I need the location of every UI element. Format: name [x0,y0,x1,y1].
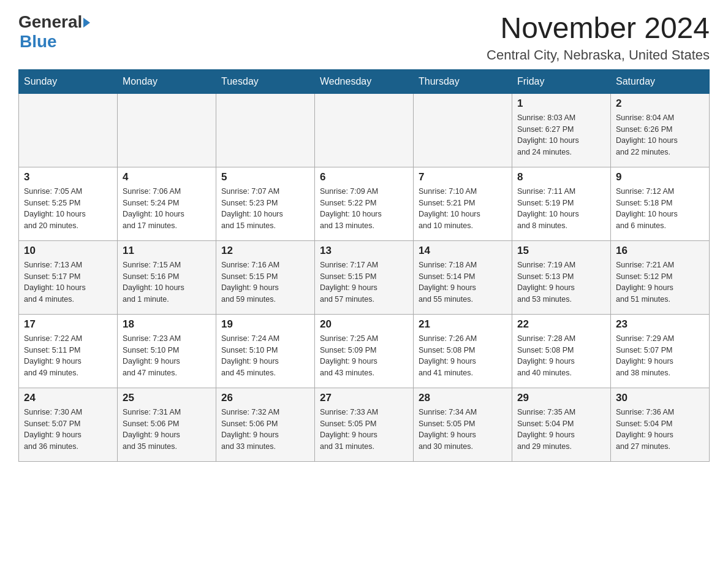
day-info: Sunrise: 7:11 AMSunset: 5:19 PMDaylight:… [517,186,605,232]
day-number: 13 [320,245,408,257]
day-number: 15 [517,245,605,257]
col-header-thursday: Thursday [414,69,512,93]
day-info: Sunrise: 7:21 AMSunset: 5:12 PMDaylight:… [616,259,704,305]
day-info: Sunrise: 7:18 AMSunset: 5:14 PMDaylight:… [419,259,507,305]
day-info: Sunrise: 7:29 AMSunset: 5:07 PMDaylight:… [616,333,704,379]
day-info: Sunrise: 7:25 AMSunset: 5:09 PMDaylight:… [320,333,408,379]
day-number: 28 [419,392,507,404]
calendar-cell: 8Sunrise: 7:11 AMSunset: 5:19 PMDaylight… [512,167,611,240]
day-info: Sunrise: 7:23 AMSunset: 5:10 PMDaylight:… [123,333,211,379]
day-info: Sunrise: 7:19 AMSunset: 5:13 PMDaylight:… [517,259,605,305]
day-info: Sunrise: 7:28 AMSunset: 5:08 PMDaylight:… [517,333,605,379]
calendar-week-row: 1Sunrise: 8:03 AMSunset: 6:27 PMDaylight… [19,93,710,167]
day-number: 5 [221,171,309,183]
col-header-monday: Monday [118,69,216,93]
day-info: Sunrise: 8:04 AMSunset: 6:26 PMDaylight:… [616,112,704,158]
col-header-sunday: Sunday [19,69,118,93]
day-number: 20 [320,318,408,331]
day-number: 7 [419,171,507,183]
day-info: Sunrise: 7:16 AMSunset: 5:15 PMDaylight:… [221,259,309,305]
calendar-header-row: SundayMondayTuesdayWednesdayThursdayFrid… [19,69,710,93]
day-number: 16 [616,245,704,257]
calendar-table: SundayMondayTuesdayWednesdayThursdayFrid… [18,69,710,462]
day-info: Sunrise: 7:15 AMSunset: 5:16 PMDaylight:… [123,259,211,305]
day-number: 6 [320,171,408,183]
day-number: 8 [517,171,605,183]
col-header-friday: Friday [512,69,611,93]
calendar-cell: 11Sunrise: 7:15 AMSunset: 5:16 PMDayligh… [118,240,216,314]
page-header: General Blue November 2024 Central City,… [18,12,710,63]
calendar-cell: 3Sunrise: 7:05 AMSunset: 5:25 PMDaylight… [19,167,118,240]
day-number: 21 [419,318,507,331]
calendar-cell: 29Sunrise: 7:35 AMSunset: 5:04 PMDayligh… [512,388,611,461]
day-number: 14 [419,245,507,257]
day-info: Sunrise: 7:09 AMSunset: 5:22 PMDaylight:… [320,186,408,232]
day-info: Sunrise: 7:33 AMSunset: 5:05 PMDaylight:… [320,407,408,453]
calendar-cell: 1Sunrise: 8:03 AMSunset: 6:27 PMDaylight… [512,93,611,167]
day-info: Sunrise: 7:12 AMSunset: 5:18 PMDaylight:… [616,186,704,232]
calendar-cell: 5Sunrise: 7:07 AMSunset: 5:23 PMDaylight… [216,167,315,240]
day-number: 11 [123,245,211,257]
calendar-cell: 25Sunrise: 7:31 AMSunset: 5:06 PMDayligh… [118,388,216,461]
day-info: Sunrise: 7:13 AMSunset: 5:17 PMDaylight:… [24,259,112,305]
calendar-cell: 24Sunrise: 7:30 AMSunset: 5:07 PMDayligh… [19,388,118,461]
calendar-week-row: 17Sunrise: 7:22 AMSunset: 5:11 PMDayligh… [19,314,710,388]
calendar-cell: 20Sunrise: 7:25 AMSunset: 5:09 PMDayligh… [315,314,414,388]
calendar-cell: 13Sunrise: 7:17 AMSunset: 5:15 PMDayligh… [315,240,414,314]
calendar-cell: 18Sunrise: 7:23 AMSunset: 5:10 PMDayligh… [118,314,216,388]
day-info: Sunrise: 7:26 AMSunset: 5:08 PMDaylight:… [419,333,507,379]
calendar-cell [414,93,512,167]
calendar-cell: 9Sunrise: 7:12 AMSunset: 5:18 PMDaylight… [611,167,710,240]
day-number: 26 [221,392,309,404]
day-number: 10 [24,245,112,257]
calendar-cell: 30Sunrise: 7:36 AMSunset: 5:04 PMDayligh… [611,388,710,461]
day-number: 4 [123,171,211,183]
day-info: Sunrise: 7:32 AMSunset: 5:06 PMDaylight:… [221,407,309,453]
day-number: 19 [221,318,309,331]
day-number: 25 [123,392,211,404]
calendar-cell: 14Sunrise: 7:18 AMSunset: 5:14 PMDayligh… [414,240,512,314]
day-info: Sunrise: 7:30 AMSunset: 5:07 PMDaylight:… [24,407,112,453]
calendar-week-row: 24Sunrise: 7:30 AMSunset: 5:07 PMDayligh… [19,388,710,461]
calendar-cell [118,93,216,167]
day-info: Sunrise: 7:06 AMSunset: 5:24 PMDaylight:… [123,186,211,232]
col-header-tuesday: Tuesday [216,69,315,93]
day-info: Sunrise: 8:03 AMSunset: 6:27 PMDaylight:… [517,112,605,158]
day-number: 27 [320,392,408,404]
calendar-cell: 2Sunrise: 8:04 AMSunset: 6:26 PMDaylight… [611,93,710,167]
title-section: November 2024 Central City, Nebraska, Un… [487,12,710,63]
calendar-cell [315,93,414,167]
day-info: Sunrise: 7:31 AMSunset: 5:06 PMDaylight:… [123,407,211,453]
calendar-cell: 21Sunrise: 7:26 AMSunset: 5:08 PMDayligh… [414,314,512,388]
calendar-week-row: 3Sunrise: 7:05 AMSunset: 5:25 PMDaylight… [19,167,710,240]
calendar-cell: 15Sunrise: 7:19 AMSunset: 5:13 PMDayligh… [512,240,611,314]
day-info: Sunrise: 7:10 AMSunset: 5:21 PMDaylight:… [419,186,507,232]
day-number: 23 [616,318,704,331]
day-number: 18 [123,318,211,331]
calendar-cell: 27Sunrise: 7:33 AMSunset: 5:05 PMDayligh… [315,388,414,461]
day-number: 2 [616,98,704,110]
calendar-cell: 17Sunrise: 7:22 AMSunset: 5:11 PMDayligh… [19,314,118,388]
day-info: Sunrise: 7:05 AMSunset: 5:25 PMDaylight:… [24,186,112,232]
calendar-cell: 19Sunrise: 7:24 AMSunset: 5:10 PMDayligh… [216,314,315,388]
calendar-cell: 7Sunrise: 7:10 AMSunset: 5:21 PMDaylight… [414,167,512,240]
calendar-cell: 12Sunrise: 7:16 AMSunset: 5:15 PMDayligh… [216,240,315,314]
calendar-cell: 10Sunrise: 7:13 AMSunset: 5:17 PMDayligh… [19,240,118,314]
location-title: Central City, Nebraska, United States [487,47,710,63]
day-number: 17 [24,318,112,331]
day-number: 29 [517,392,605,404]
day-info: Sunrise: 7:24 AMSunset: 5:10 PMDaylight:… [221,333,309,379]
day-number: 24 [24,392,112,404]
day-info: Sunrise: 7:17 AMSunset: 5:15 PMDaylight:… [320,259,408,305]
day-number: 12 [221,245,309,257]
logo-blue-text: Blue [20,32,57,52]
day-info: Sunrise: 7:07 AMSunset: 5:23 PMDaylight:… [221,186,309,232]
calendar-cell: 6Sunrise: 7:09 AMSunset: 5:22 PMDaylight… [315,167,414,240]
day-number: 30 [616,392,704,404]
calendar-cell: 16Sunrise: 7:21 AMSunset: 5:12 PMDayligh… [611,240,710,314]
calendar-cell: 22Sunrise: 7:28 AMSunset: 5:08 PMDayligh… [512,314,611,388]
logo: General Blue [18,12,90,52]
day-info: Sunrise: 7:22 AMSunset: 5:11 PMDaylight:… [24,333,112,379]
day-number: 1 [517,98,605,110]
calendar-cell: 4Sunrise: 7:06 AMSunset: 5:24 PMDaylight… [118,167,216,240]
